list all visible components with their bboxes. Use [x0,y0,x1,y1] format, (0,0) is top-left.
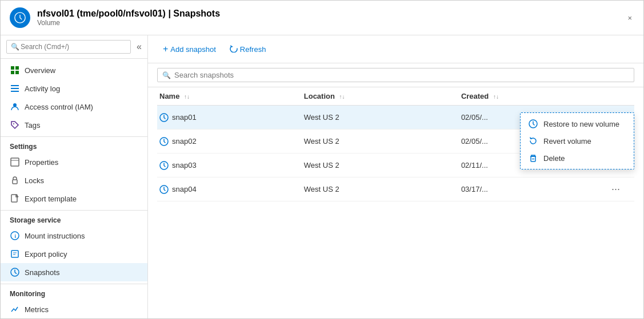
delete-icon [529,154,538,163]
row-name-2: snap03 [157,154,302,177]
row-location-3: West US 2 [302,177,459,201]
sidebar-item-locks-label: Locks [25,176,44,185]
close-button[interactable]: × [625,11,634,25]
row-name-3: snap04 [157,177,302,201]
context-menu-revert[interactable]: Revert volume [521,132,634,150]
svg-point-8 [13,103,17,107]
snapshots-table-container: Name ↑↓ Location ↑↓ Created ↑↓ [148,87,643,318]
export-template-icon [10,193,20,204]
table-row[interactable]: snap04 West US 2 03/17/... ··· [157,177,634,201]
sidebar-item-mount-instructions-label: Mount instructions [25,232,85,240]
sidebar-item-export-policy[interactable]: Export policy [1,245,147,263]
sidebar-item-export-template-label: Export template [25,195,77,203]
add-snapshot-label: Add snapshot [170,45,216,54]
sidebar-item-tags-label: Tags [25,121,40,130]
svg-rect-7 [11,91,19,92]
properties-icon [10,157,20,167]
section-monitoring: Monitoring [1,284,147,300]
col-actions [606,87,634,106]
policy-icon [10,249,20,259]
tag-icon [10,120,20,130]
row-location-1: West US 2 [302,130,459,154]
context-menu-restore[interactable]: Restore to new volume [521,115,634,132]
col-created: Created ↑↓ [459,87,606,106]
sidebar-item-export-template[interactable]: Export template [1,189,147,208]
section-settings: Settings [1,136,147,153]
delete-label: Delete [543,154,565,163]
restore-icon [529,119,538,128]
sidebar-item-overview-label: Overview [25,66,55,75]
sidebar: 🔍 « Overview Activity log [1,35,148,318]
svg-rect-3 [11,71,14,74]
sort-location-icon[interactable]: ↑↓ [339,94,345,100]
collapse-button[interactable]: « [137,42,142,52]
page-title: nfsvol01 (tme/pool0/nfsvol01) | Snapshot… [37,9,625,19]
revert-label: Revert volume [543,137,591,146]
search-bar: 🔍 [148,63,643,87]
sidebar-item-mount-instructions[interactable]: i Mount instructions [1,227,147,245]
svg-rect-2 [15,66,19,70]
sidebar-nav: Overview Activity log Access control (IA… [1,59,147,318]
search-input[interactable] [6,40,131,54]
col-location: Location ↑↓ [302,87,459,106]
sidebar-item-tags[interactable]: Tags [1,116,147,134]
sort-name-icon[interactable]: ↑↓ [184,94,190,100]
svg-rect-5 [11,85,19,86]
restore-label: Restore to new volume [543,120,619,128]
snapshot-icon [10,267,20,277]
row-created-3: 03/17/... [459,177,606,201]
lock-icon [10,175,20,185]
add-snapshot-button[interactable]: + Add snapshot [157,41,222,57]
svg-point-9 [13,123,14,124]
more-actions-button-3[interactable]: ··· [608,182,623,196]
svg-rect-25 [531,156,535,161]
svg-rect-16 [11,251,18,257]
app-container: nfsvol01 (tme/pool0/nfsvol01) | Snapshot… [0,0,644,319]
sidebar-item-access-control[interactable]: Access control (IAM) [1,98,147,116]
search-bar-icon: 🔍 [162,71,171,79]
plus-icon: + [163,44,168,54]
snapshot-search-input[interactable] [174,71,629,79]
refresh-button[interactable]: Refresh [224,42,272,57]
person-icon [10,102,20,112]
sidebar-item-metrics[interactable]: Metrics [1,300,147,318]
sidebar-item-properties-label: Properties [25,158,58,167]
app-icon [10,7,30,28]
row-location-2: West US 2 [302,154,459,177]
row-location-0: West US 2 [302,106,459,130]
overview-icon [10,65,20,75]
header: nfsvol01 (tme/pool0/nfsvol01) | Snapshot… [1,1,643,35]
svg-rect-12 [13,180,17,184]
svg-rect-4 [15,71,19,74]
sidebar-item-properties[interactable]: Properties [1,153,147,171]
page-subtitle: Volume [37,19,625,27]
sort-created-icon[interactable]: ↑↓ [493,94,499,100]
revert-icon [529,136,538,146]
toolbar: + Add snapshot Refresh [148,35,643,63]
sidebar-item-export-policy-label: Export policy [25,250,67,259]
sidebar-item-locks[interactable]: Locks [1,171,147,189]
sidebar-search-container: 🔍 « [1,35,147,59]
col-name: Name ↑↓ [157,87,302,106]
sidebar-item-overview[interactable]: Overview [1,61,147,79]
table-header-row: Name ↑↓ Location ↑↓ Created ↑↓ [157,87,634,106]
sidebar-item-access-control-label: Access control (IAM) [25,103,93,111]
search-bar-inner: 🔍 [157,68,634,82]
metrics-icon [10,304,20,314]
sidebar-item-metrics-label: Metrics [25,305,49,314]
sidebar-item-snapshots[interactable]: Snapshots [1,263,147,281]
activity-log-icon [10,83,20,94]
sidebar-item-activity-log[interactable]: Activity log [1,79,147,98]
context-menu: Restore to new volume Revert volume Dele… [520,112,634,169]
main-layout: 🔍 « Overview Activity log [1,35,643,318]
svg-text:i: i [15,233,17,239]
search-icon: 🔍 [11,43,19,51]
refresh-label: Refresh [240,45,266,54]
svg-rect-6 [11,88,19,89]
row-name-1: snap02 [157,130,302,154]
context-menu-delete[interactable]: Delete [521,150,634,167]
header-text: nfsvol01 (tme/pool0/nfsvol01) | Snapshot… [37,9,625,27]
row-name: snap01 [157,106,302,130]
svg-rect-1 [11,66,14,70]
svg-rect-10 [11,158,19,166]
